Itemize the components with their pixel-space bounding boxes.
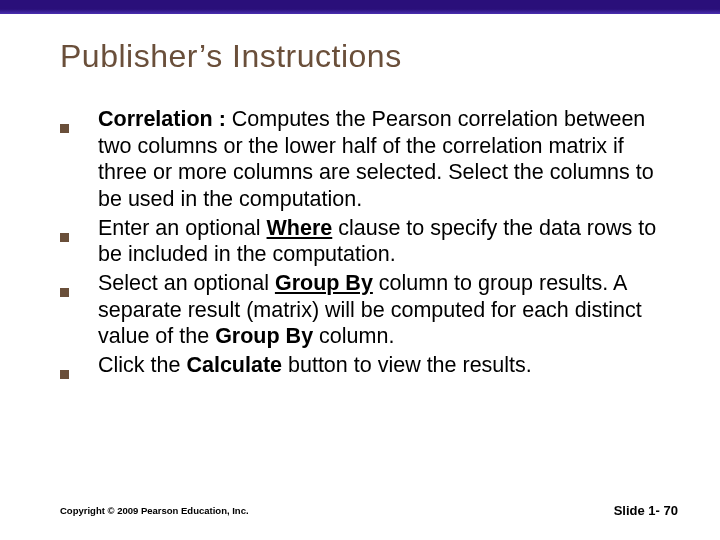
bullet-text: Enter an optional Where clause to specif…	[98, 215, 670, 268]
keyword-where: Where	[267, 216, 333, 240]
slide-title: Publisher’s Instructions	[60, 38, 402, 75]
bullet-post: button to view the results.	[282, 353, 532, 377]
bullet-icon	[60, 106, 98, 140]
bullet-post: column.	[313, 324, 394, 348]
list-item: Click the Calculate button to view the r…	[60, 352, 670, 386]
copyright-text: Copyright © 2009 Pearson Education, Inc.	[60, 505, 249, 516]
top-accent-bar	[0, 0, 720, 14]
bullet-icon	[60, 215, 98, 249]
bullet-lead: Correlation :	[98, 107, 232, 131]
bullet-text: Click the Calculate button to view the r…	[98, 352, 670, 379]
bullet-text: Select an optional Group By column to gr…	[98, 270, 670, 350]
bullet-icon	[60, 352, 98, 386]
bullet-text: Correlation : Computes the Pearson corre…	[98, 106, 670, 213]
bullet-pre: Enter an optional	[98, 216, 267, 240]
keyword-calculate: Calculate	[186, 353, 282, 377]
bullet-icon	[60, 270, 98, 304]
list-item: Select an optional Group By column to gr…	[60, 270, 670, 350]
keyword-group-by: Group By	[275, 271, 373, 295]
keyword-group-by-2: Group By	[215, 324, 313, 348]
content-area: Correlation : Computes the Pearson corre…	[60, 106, 670, 388]
slide-number: Slide 1- 70	[614, 503, 678, 518]
bullet-pre: Click the	[98, 353, 186, 377]
slide: Publisher’s Instructions Correlation : C…	[0, 0, 720, 540]
list-item: Enter an optional Where clause to specif…	[60, 215, 670, 268]
bullet-pre: Select an optional	[98, 271, 275, 295]
list-item: Correlation : Computes the Pearson corre…	[60, 106, 670, 213]
